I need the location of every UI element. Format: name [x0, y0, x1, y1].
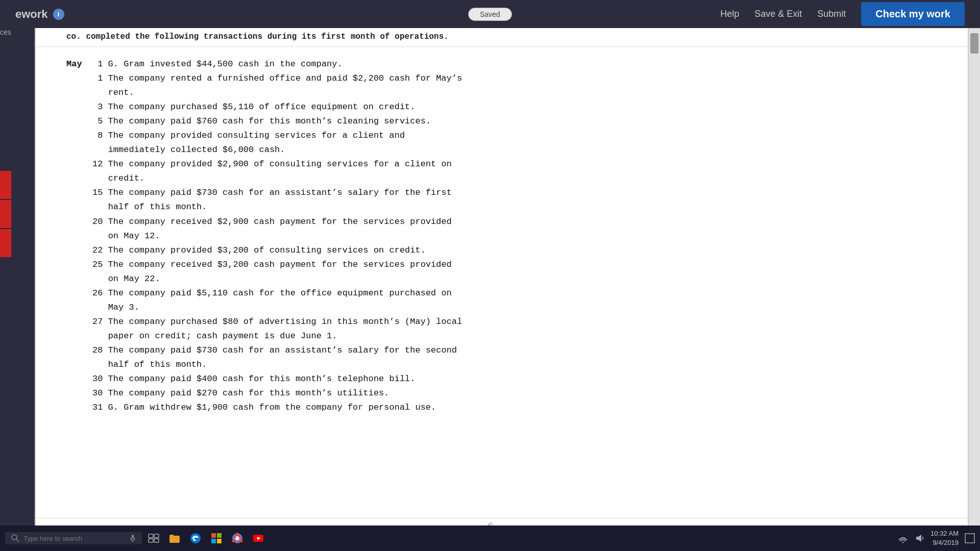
top-bar-left: ework i [15, 8, 64, 21]
store-icon [211, 533, 222, 544]
right-scrollbar[interactable] [969, 28, 980, 551]
svg-marker-22 [916, 535, 921, 542]
svg-line-5 [16, 539, 19, 542]
red-tab-3[interactable] [0, 229, 11, 257]
help-link[interactable]: Help [720, 9, 739, 19]
info-icon[interactable]: i [53, 9, 64, 20]
transactions-area: May 1 G. Gram invested $44,500 cash in t… [36, 47, 968, 518]
partial-header: co. completed the following transactions… [36, 28, 968, 47]
taskbar: 10:32 AM 9/4/2019 [0, 525, 980, 551]
chrome-icon[interactable] [228, 529, 247, 547]
check-my-work-button[interactable]: Check my work [861, 2, 965, 26]
left-sidebar: ces [0, 28, 35, 551]
top-bar-right: Help Save & Exit Submit Check my work [720, 2, 965, 26]
partial-header-text: co. completed the following transactions… [66, 32, 449, 41]
microphone-icon [130, 534, 136, 542]
page-title: ework [15, 8, 48, 21]
svg-point-21 [902, 542, 904, 543]
clock: 10:32 AM 9/4/2019 [930, 529, 959, 547]
main-container: ces co. completed the following transact… [0, 28, 980, 551]
submit-link[interactable]: Submit [817, 9, 846, 19]
taskview-icon [148, 534, 159, 543]
edge-icon [190, 533, 201, 544]
taskbar-search-input[interactable] [23, 535, 126, 542]
youtube-icon [253, 533, 264, 544]
transactions-text: May 1 G. Gram invested $44,500 cash in t… [66, 57, 937, 415]
google-chrome-icon [232, 533, 243, 544]
taskbar-search[interactable] [5, 532, 142, 544]
svg-point-12 [190, 533, 201, 543]
sidebar-ces-label: ces [0, 28, 11, 36]
red-tab-1[interactable] [0, 171, 11, 199]
task-view-icon[interactable] [144, 529, 163, 547]
svg-rect-23 [965, 534, 974, 543]
svg-rect-9 [154, 534, 159, 538]
content-panel: co. completed the following transactions… [35, 28, 969, 551]
network-icon [898, 533, 908, 543]
svg-point-4 [12, 535, 17, 540]
left-red-tabs [0, 171, 11, 257]
clock-time: 10:32 AM [930, 529, 959, 538]
svg-rect-8 [149, 534, 153, 538]
svg-rect-16 [217, 539, 222, 543]
taskbar-right: 10:32 AM 9/4/2019 [898, 529, 975, 547]
saved-badge: Saved [468, 8, 512, 21]
svg-rect-10 [149, 539, 153, 542]
svg-rect-11 [154, 539, 159, 542]
svg-rect-15 [211, 539, 216, 543]
folder-icon [169, 533, 180, 543]
svg-rect-13 [211, 533, 216, 538]
notification-icon [965, 533, 975, 543]
media-icon[interactable] [249, 529, 267, 547]
browser-icon[interactable] [186, 529, 205, 547]
month-label: May [66, 59, 82, 69]
clock-date: 9/4/2019 [930, 538, 959, 547]
scroll-thumb[interactable] [970, 33, 978, 54]
file-explorer-icon[interactable] [165, 529, 184, 547]
svg-rect-14 [217, 533, 222, 538]
taskbar-search-icon [11, 534, 19, 542]
windows-store-icon[interactable] [207, 529, 226, 547]
red-tab-2[interactable] [0, 200, 11, 228]
svg-rect-6 [132, 535, 134, 539]
top-bar: ework i Saved Help Save & Exit Submit Ch… [0, 0, 980, 28]
volume-icon [914, 533, 924, 543]
save-exit-link[interactable]: Save & Exit [754, 9, 802, 19]
